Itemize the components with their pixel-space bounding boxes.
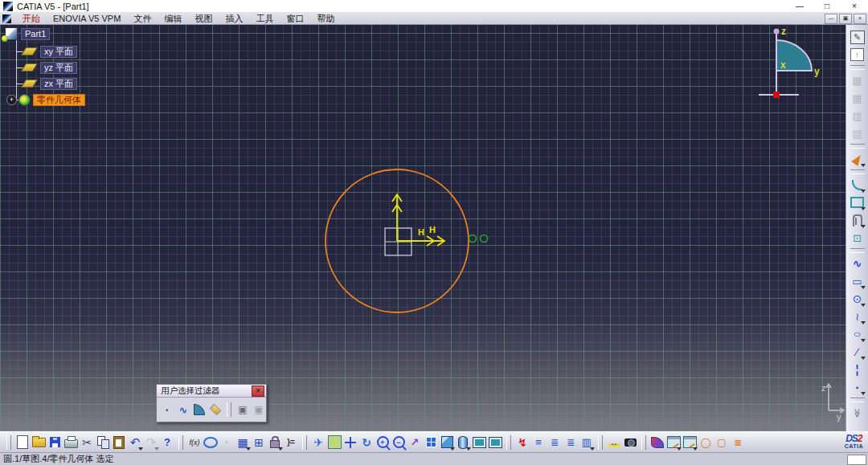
compass-manipulation-dot[interactable]: [774, 29, 780, 35]
constraint-dialog-button-dropdown[interactable]: [861, 225, 866, 228]
predefined-profile-button[interactable]: [850, 194, 866, 210]
volume-filter-button[interactable]: [207, 402, 223, 418]
constraint-button[interactable]: ⊡: [850, 230, 866, 246]
knowledge-advisor-button[interactable]: ↯: [514, 434, 530, 451]
sketch-tools-button-2[interactable]: [682, 434, 698, 451]
mdi-close-button[interactable]: ×: [854, 14, 866, 24]
construction-element-button[interactable]: ▢: [714, 434, 730, 451]
measure-button[interactable]: ↔: [606, 434, 622, 451]
tree-node-part-body[interactable]: 零件几何体: [33, 94, 85, 106]
geometrical-element-filter-button[interactable]: ▣: [251, 402, 267, 418]
menu-item-insert[interactable]: 插入: [219, 13, 249, 25]
fit-all-in-button[interactable]: +: [326, 434, 342, 451]
ellipse-tool-button-dropdown[interactable]: [861, 339, 866, 342]
minimize-button[interactable]: —: [786, 0, 813, 13]
close-button[interactable]: ×: [841, 0, 868, 13]
spline-tool-button-dropdown[interactable]: [861, 321, 866, 324]
design-table-button[interactable]: ⊞: [251, 434, 267, 451]
sketch-tools-button-1[interactable]: [665, 434, 682, 451]
point-filter-button[interactable]: ▪: [159, 402, 175, 418]
line-tool-button-dropdown[interactable]: [861, 357, 866, 360]
tree-node-zx-plane[interactable]: zx 平面: [40, 78, 77, 90]
compass-base-handle[interactable]: [773, 92, 780, 98]
tree-node-xy-plane[interactable]: xy 平面: [40, 46, 77, 58]
save-button[interactable]: [47, 434, 63, 451]
menu-item-file[interactable]: 文件: [127, 13, 158, 25]
predefined-profile-button-dropdown[interactable]: [861, 207, 866, 210]
normal-view-button[interactable]: ↗: [407, 434, 423, 451]
filter-toolbar-titlebar[interactable]: 用户选择过滤器 ×: [157, 385, 266, 398]
new-document-button[interactable]: [14, 434, 31, 451]
catalog-browser-button[interactable]: ▥: [579, 434, 595, 451]
cut-button[interactable]: ✂: [79, 434, 95, 451]
specification-list-button[interactable]: ≡: [530, 434, 547, 451]
ellipse-tool-button[interactable]: ○: [850, 326, 866, 342]
sketcher-workbench-icon[interactable]: ✎: [850, 29, 866, 45]
fly-mode-button[interactable]: ✈: [310, 434, 326, 451]
context-help-button[interactable]: ?: [159, 434, 175, 451]
v-axis[interactable]: [392, 194, 402, 241]
constraint-dialog-button[interactable]: [850, 212, 866, 228]
tree-expander[interactable]: +: [6, 95, 17, 105]
sketcher-viewport[interactable]: H H z x y z: [0, 25, 845, 431]
menu-item-edit[interactable]: 编辑: [158, 13, 188, 25]
rectangle-tool-button-dropdown[interactable]: [861, 286, 866, 289]
point-tool-button[interactable]: ▪: [850, 379, 866, 395]
circle-tool-button-dropdown[interactable]: [861, 304, 866, 307]
menu-item-start[interactable]: 开始: [16, 13, 47, 25]
zoom-out-button[interactable]: −: [391, 434, 407, 451]
calculator-button[interactable]: ▦: [235, 434, 251, 451]
curve-filter-button[interactable]: ∿: [175, 402, 191, 418]
menu-item-help[interactable]: 帮助: [310, 13, 341, 25]
rule-editor-button[interactable]: }=: [283, 434, 299, 451]
profile-tool-button[interactable]: ∿: [850, 255, 866, 271]
formula-button[interactable]: f(x): [186, 434, 203, 451]
circle-tool-button[interactable]: ⊙: [850, 291, 866, 307]
diagnostics-button[interactable]: ≋: [730, 434, 746, 451]
surface-filter-button[interactable]: [191, 402, 207, 418]
undo-button[interactable]: ↶: [127, 434, 143, 451]
h-axis[interactable]: [397, 236, 444, 246]
constraint-symbol-1[interactable]: [469, 235, 477, 243]
print-button[interactable]: [63, 434, 79, 451]
multi-view-button[interactable]: [423, 434, 439, 451]
tree-node-yz-plane[interactable]: yz 平面: [40, 62, 77, 74]
menu-item-window[interactable]: 窗口: [280, 13, 310, 25]
lock-button[interactable]: [267, 434, 283, 451]
more-tools-chevron[interactable]: ≫: [850, 405, 866, 421]
hide-show-button[interactable]: [455, 434, 471, 451]
corner-operation-button-dropdown[interactable]: [861, 190, 866, 193]
pan-button[interactable]: [342, 434, 358, 451]
menu-item-tools[interactable]: 工具: [249, 13, 280, 25]
iso-view-button[interactable]: [439, 434, 455, 451]
exit-workbench-button[interactable]: ↑: [850, 47, 866, 63]
select-tool-button-dropdown[interactable]: [861, 164, 866, 167]
spline-tool-button[interactable]: ≀: [850, 308, 866, 324]
apply-material-button[interactable]: [649, 434, 665, 451]
menu-item-view[interactable]: 视图: [188, 13, 219, 25]
tree-node-part1[interactable]: Part1: [21, 28, 50, 40]
spec-tree-button-2[interactable]: ≣: [563, 434, 579, 451]
snap-to-point-button[interactable]: ◯: [698, 434, 714, 451]
rotate-button[interactable]: ↻: [358, 434, 375, 451]
feature-element-filter-button[interactable]: ▣: [235, 402, 251, 418]
zoom-in-button[interactable]: +: [375, 434, 391, 451]
render-tools-button[interactable]: [622, 434, 638, 451]
paste-button[interactable]: [111, 434, 127, 451]
swap-visible-space-button-2[interactable]: [487, 434, 503, 451]
copy-button[interactable]: [95, 434, 111, 451]
rectangle-tool-button[interactable]: ▭: [850, 273, 866, 289]
spec-tree-button-1[interactable]: ≣: [547, 434, 563, 451]
line-tool-button[interactable]: ∕: [850, 344, 866, 360]
catalog-browser-button-dropdown[interactable]: [590, 447, 595, 451]
constraint-symbol-2[interactable]: [481, 235, 488, 243]
filter-close-button[interactable]: ×: [252, 385, 264, 397]
mdi-minimize-button[interactable]: —: [825, 14, 837, 24]
compass[interactable]: z x y: [759, 26, 820, 98]
swap-visible-space-button[interactable]: [471, 434, 487, 451]
mdi-restore-button[interactable]: ▣: [839, 14, 852, 24]
knowledge-inspector-button[interactable]: [203, 434, 219, 451]
power-input-field[interactable]: [847, 455, 866, 465]
menu-item-enovia[interactable]: ENOVIA V5 VPM: [47, 13, 127, 25]
maximize-button[interactable]: □: [813, 0, 841, 13]
